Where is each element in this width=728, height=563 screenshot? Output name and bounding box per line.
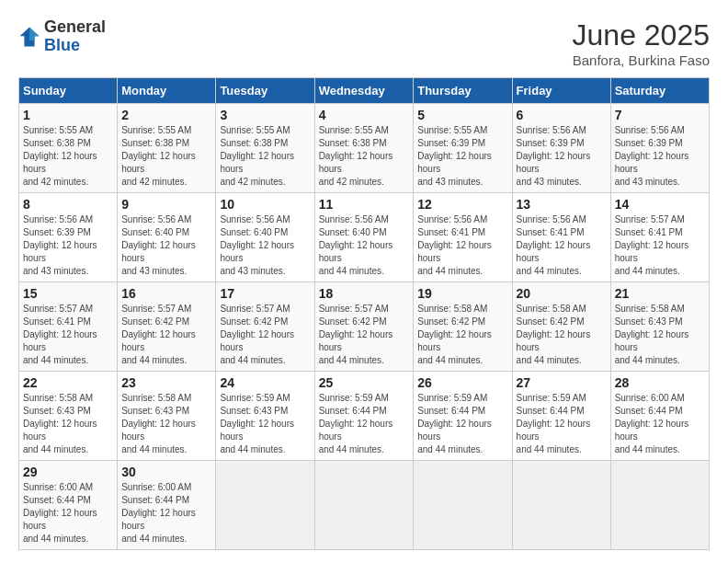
calendar-cell: 26 Sunrise: 5:59 AMSunset: 6:44 PMDaylig… [414,372,512,461]
day-info: Sunrise: 5:56 AMSunset: 6:41 PMDaylight:… [517,213,607,278]
week-row-5: 29 Sunrise: 6:00 AMSunset: 6:44 PMDaylig… [19,461,710,550]
day-number: 10 [220,197,310,212]
calendar-cell: 9 Sunrise: 5:56 AMSunset: 6:40 PMDayligh… [118,193,216,282]
calendar-cell: 3 Sunrise: 5:55 AMSunset: 6:38 PMDayligh… [216,104,314,193]
logo-general: General [44,18,106,37]
day-info: Sunrise: 5:55 AMSunset: 6:38 PMDaylight:… [220,124,310,189]
day-number: 13 [517,197,607,212]
calendar-cell: 15 Sunrise: 5:57 AMSunset: 6:41 PMDaylig… [19,282,118,372]
day-number: 21 [615,286,705,301]
day-info: Sunrise: 6:00 AMSunset: 6:44 PMDaylight:… [121,481,211,546]
calendar-cell: 24 Sunrise: 5:59 AMSunset: 6:43 PMDaylig… [216,372,314,461]
day-info: Sunrise: 5:58 AMSunset: 6:43 PMDaylight:… [23,392,113,456]
header: General Blue June 2025 Banfora, Burkina … [18,18,710,68]
title-area: June 2025 Banfora, Burkina Faso [573,18,710,68]
week-row-1: 1 Sunrise: 5:55 AMSunset: 6:38 PMDayligh… [19,104,710,193]
week-row-3: 15 Sunrise: 5:57 AMSunset: 6:41 PMDaylig… [19,282,710,372]
day-info: Sunrise: 5:58 AMSunset: 6:42 PMDaylight:… [517,303,607,367]
day-number: 11 [319,197,410,212]
month-title: June 2025 [573,18,710,52]
calendar-cell: 10 Sunrise: 5:56 AMSunset: 6:40 PMDaylig… [216,193,314,282]
calendar-cell: 14 Sunrise: 5:57 AMSunset: 6:41 PMDaylig… [610,193,709,282]
calendar-cell: 23 Sunrise: 5:58 AMSunset: 6:43 PMDaylig… [118,372,216,461]
day-header-sunday: Sunday [19,78,118,104]
calendar-cell: 28 Sunrise: 6:00 AMSunset: 6:44 PMDaylig… [610,372,709,461]
day-info: Sunrise: 5:57 AMSunset: 6:42 PMDaylight:… [220,303,310,367]
day-header-friday: Friday [512,78,610,104]
day-info: Sunrise: 5:57 AMSunset: 6:42 PMDaylight:… [319,303,410,367]
day-info: Sunrise: 5:58 AMSunset: 6:43 PMDaylight:… [615,303,705,367]
calendar-cell: 22 Sunrise: 5:58 AMSunset: 6:43 PMDaylig… [19,372,118,461]
calendar-cell: 20 Sunrise: 5:58 AMSunset: 6:42 PMDaylig… [512,282,610,372]
day-info: Sunrise: 5:56 AMSunset: 6:41 PMDaylight:… [417,213,507,278]
day-info: Sunrise: 5:57 AMSunset: 6:42 PMDaylight:… [121,303,211,367]
calendar-cell [610,461,709,550]
day-number: 26 [417,375,507,390]
svg-marker-1 [29,27,39,40]
day-number: 22 [23,375,113,390]
day-info: Sunrise: 6:00 AMSunset: 6:44 PMDaylight:… [615,392,705,456]
calendar-cell: 4 Sunrise: 5:55 AMSunset: 6:38 PMDayligh… [314,104,414,193]
day-number: 1 [23,108,113,122]
day-info: Sunrise: 5:59 AMSunset: 6:44 PMDaylight:… [319,392,410,456]
day-number: 20 [517,286,607,301]
day-number: 28 [615,375,705,390]
calendar-cell [216,461,314,550]
day-number: 29 [23,465,113,479]
day-info: Sunrise: 5:55 AMSunset: 6:38 PMDaylight:… [319,124,410,189]
day-number: 19 [417,286,507,301]
day-info: Sunrise: 5:59 AMSunset: 6:44 PMDaylight:… [517,392,607,456]
week-row-2: 8 Sunrise: 5:56 AMSunset: 6:39 PMDayligh… [19,193,710,282]
day-number: 16 [121,286,211,301]
day-info: Sunrise: 5:57 AMSunset: 6:41 PMDaylight:… [23,303,113,367]
day-info: Sunrise: 5:56 AMSunset: 6:40 PMDaylight:… [319,213,410,278]
calendar-table: SundayMondayTuesdayWednesdayThursdayFrid… [18,77,710,550]
calendar-cell: 6 Sunrise: 5:56 AMSunset: 6:39 PMDayligh… [512,104,610,193]
calendar-cell: 27 Sunrise: 5:59 AMSunset: 6:44 PMDaylig… [512,372,610,461]
day-info: Sunrise: 5:56 AMSunset: 6:39 PMDaylight:… [615,124,705,189]
day-info: Sunrise: 5:57 AMSunset: 6:41 PMDaylight:… [615,213,705,278]
calendar-cell: 5 Sunrise: 5:55 AMSunset: 6:39 PMDayligh… [414,104,512,193]
calendar-cell: 7 Sunrise: 5:56 AMSunset: 6:39 PMDayligh… [610,104,709,193]
calendar-cell: 16 Sunrise: 5:57 AMSunset: 6:42 PMDaylig… [118,282,216,372]
day-number: 18 [319,286,410,301]
logo-blue: Blue [44,36,80,54]
day-info: Sunrise: 5:56 AMSunset: 6:39 PMDaylight:… [517,124,607,189]
day-header-monday: Monday [118,78,216,104]
day-number: 23 [121,375,211,390]
calendar-cell: 8 Sunrise: 5:56 AMSunset: 6:39 PMDayligh… [19,193,118,282]
day-info: Sunrise: 6:00 AMSunset: 6:44 PMDaylight:… [23,481,113,546]
calendar-cell: 2 Sunrise: 5:55 AMSunset: 6:38 PMDayligh… [118,104,216,193]
day-number: 14 [615,197,705,212]
day-number: 24 [220,375,310,390]
calendar-cell: 25 Sunrise: 5:59 AMSunset: 6:44 PMDaylig… [314,372,414,461]
calendar-cell: 18 Sunrise: 5:57 AMSunset: 6:42 PMDaylig… [314,282,414,372]
day-header-saturday: Saturday [610,78,709,104]
logo-icon [18,26,40,48]
calendar-cell: 19 Sunrise: 5:58 AMSunset: 6:42 PMDaylig… [414,282,512,372]
calendar-cell: 17 Sunrise: 5:57 AMSunset: 6:42 PMDaylig… [216,282,314,372]
location-title: Banfora, Burkina Faso [573,52,710,68]
day-number: 3 [220,108,310,122]
day-number: 12 [417,197,507,212]
calendar-cell: 21 Sunrise: 5:58 AMSunset: 6:43 PMDaylig… [610,282,709,372]
day-info: Sunrise: 5:58 AMSunset: 6:42 PMDaylight:… [417,303,507,367]
day-info: Sunrise: 5:55 AMSunset: 6:38 PMDaylight:… [23,124,113,189]
day-info: Sunrise: 5:55 AMSunset: 6:39 PMDaylight:… [417,124,507,189]
day-info: Sunrise: 5:59 AMSunset: 6:43 PMDaylight:… [220,392,310,456]
day-header-thursday: Thursday [414,78,512,104]
calendar-cell: 30 Sunrise: 6:00 AMSunset: 6:44 PMDaylig… [118,461,216,550]
day-info: Sunrise: 5:59 AMSunset: 6:44 PMDaylight:… [417,392,507,456]
day-number: 9 [121,197,211,212]
day-info: Sunrise: 5:55 AMSunset: 6:38 PMDaylight:… [121,124,211,189]
day-number: 6 [517,108,607,122]
day-info: Sunrise: 5:56 AMSunset: 6:39 PMDaylight:… [23,213,113,278]
day-number: 30 [121,465,211,479]
calendar-cell: 1 Sunrise: 5:55 AMSunset: 6:38 PMDayligh… [19,104,118,193]
calendar-cell [414,461,512,550]
day-info: Sunrise: 5:56 AMSunset: 6:40 PMDaylight:… [220,213,310,278]
day-number: 7 [615,108,705,122]
calendar-cell: 12 Sunrise: 5:56 AMSunset: 6:41 PMDaylig… [414,193,512,282]
day-info: Sunrise: 5:58 AMSunset: 6:43 PMDaylight:… [121,392,211,456]
day-header-wednesday: Wednesday [314,78,414,104]
